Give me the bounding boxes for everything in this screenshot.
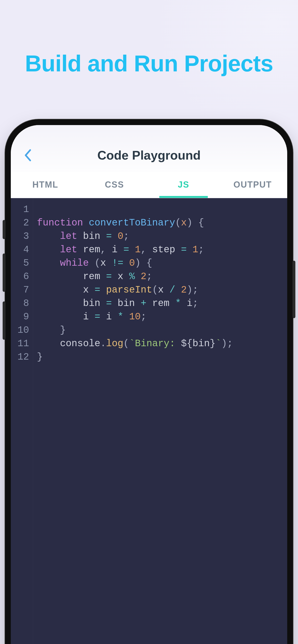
tab-html[interactable]: HTML bbox=[11, 172, 80, 198]
line-number: 3 bbox=[18, 230, 29, 243]
tab-output[interactable]: OUTPUT bbox=[218, 172, 287, 198]
code-line[interactable]: function convertToBinary(x) { bbox=[37, 216, 283, 230]
app-header: Code Playground bbox=[11, 125, 287, 172]
chevron-left-icon bbox=[24, 149, 32, 162]
code-line[interactable]: console.log(`Binary: ${bin}`); bbox=[37, 337, 283, 350]
code-line[interactable]: while (x != 0) { bbox=[37, 256, 283, 270]
editor-tabs: HTML CSS JS OUTPUT bbox=[11, 172, 287, 198]
device-volume-down bbox=[3, 302, 6, 340]
code-line[interactable]: let bin = 0; bbox=[37, 230, 283, 243]
code-line[interactable]: } bbox=[37, 350, 283, 364]
line-number: 5 bbox=[18, 256, 29, 270]
code-editor[interactable]: 123456789101112 function convertToBinary… bbox=[11, 198, 287, 644]
phone-device-frame: Code Playground HTML CSS JS OUTPUT 12345… bbox=[5, 119, 293, 644]
line-number: 4 bbox=[18, 243, 29, 256]
code-line[interactable]: i = i * 10; bbox=[37, 310, 283, 324]
tab-js[interactable]: JS bbox=[149, 172, 218, 198]
device-power-button bbox=[292, 261, 295, 318]
line-number-gutter: 123456789101112 bbox=[11, 198, 33, 644]
line-number: 11 bbox=[18, 337, 29, 350]
code-line[interactable]: let rem, i = 1, step = 1; bbox=[37, 243, 283, 256]
code-line[interactable] bbox=[37, 203, 283, 216]
line-number: 12 bbox=[18, 350, 29, 364]
code-content[interactable]: function convertToBinary(x) { let bin = … bbox=[33, 198, 287, 644]
line-number: 10 bbox=[18, 324, 29, 337]
line-number: 2 bbox=[18, 216, 29, 230]
device-volume-up bbox=[3, 254, 6, 292]
code-line[interactable]: x = parseInt(x / 2); bbox=[37, 284, 283, 297]
line-number: 8 bbox=[18, 297, 29, 310]
back-button[interactable] bbox=[20, 148, 35, 162]
code-line[interactable]: rem = x % 2; bbox=[37, 270, 283, 284]
hero-title: Build and Run Projects bbox=[0, 50, 298, 77]
line-number: 1 bbox=[18, 203, 29, 216]
tab-css[interactable]: CSS bbox=[80, 172, 149, 198]
line-number: 9 bbox=[18, 310, 29, 324]
page-title: Code Playground bbox=[97, 148, 201, 162]
code-line[interactable]: } bbox=[37, 324, 283, 337]
line-number: 7 bbox=[18, 284, 29, 297]
line-number: 6 bbox=[18, 270, 29, 284]
device-silence-switch bbox=[3, 220, 6, 239]
phone-screen: Code Playground HTML CSS JS OUTPUT 12345… bbox=[11, 125, 287, 644]
code-line[interactable]: bin = bin + rem * i; bbox=[37, 297, 283, 310]
